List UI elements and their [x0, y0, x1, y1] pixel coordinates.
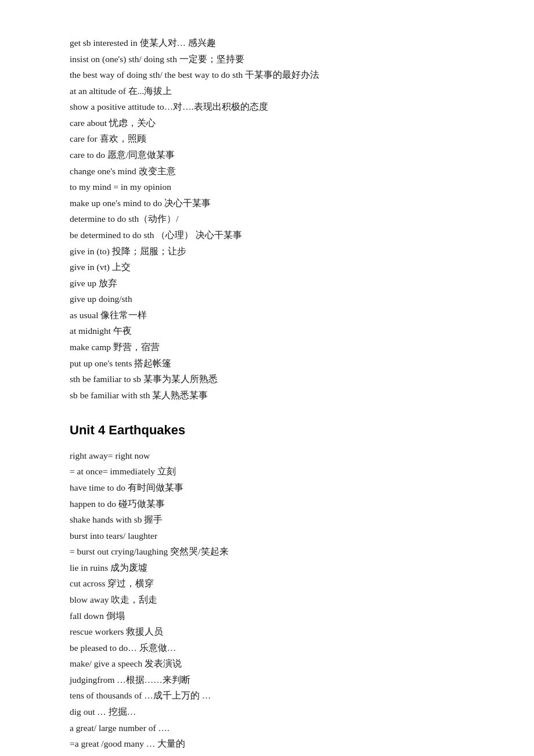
phrase-line: make/ give a speech 发表演说 — [70, 656, 464, 672]
phrase-line: happen to do 碰巧做某事 — [70, 496, 464, 512]
phrase-line: rescue workers 救援人员 — [70, 624, 464, 640]
phrase-line: give up 放弃 — [70, 275, 464, 291]
phrase-line: cut across 穿过，横穿 — [70, 575, 464, 592]
phrase-line: put up one's tents 搭起帐篷 — [70, 355, 464, 372]
phrase-line: sb be familiar with sth 某人熟悉某事 — [70, 387, 464, 404]
phrase-line: care about 忧虑，关心 — [70, 115, 464, 131]
phrase-line: be pleased to do… 乐意做… — [70, 640, 464, 656]
phrase-line: show a positive attitude to…对….表现出积极的态度 — [70, 99, 464, 115]
phrase-line: shake hands with sb 握手 — [70, 512, 464, 528]
phrase-line: get sb interested in 使某人对… 感兴趣 — [70, 35, 464, 51]
phrase-line: make camp 野营，宿营 — [70, 339, 464, 355]
phrase-line: judgingfrom …根据……来判断 — [70, 672, 464, 688]
phrase-line: the best way of doing sth/ the best way … — [70, 67, 464, 83]
main-content: get sb interested in 使某人对… 感兴趣insist on … — [70, 35, 464, 752]
phrase-line: as usual 像往常一样 — [70, 307, 464, 323]
phrase-line: care to do 愿意/同意做某事 — [70, 147, 464, 163]
phrase-line: insist on (one's) sth/ doing sth 一定要；坚持要 — [70, 51, 464, 67]
phrase-line: to my mind = in my opinion — [70, 179, 464, 195]
phrase-line: give up doing/sth — [70, 291, 464, 307]
phrase-line: sth be familiar to sb 某事为某人所熟悉 — [70, 371, 464, 387]
phrase-line: = burst out crying/laughing 突然哭/笑起来 — [70, 543, 464, 560]
phrase-line: = at once= immediately 立刻 — [70, 463, 464, 480]
phrase-line: care for 喜欢，照顾 — [70, 131, 464, 147]
phrase-line: make up one's mind to do 决心干某事 — [70, 195, 464, 211]
phrase-line: fall down 倒塌 — [70, 608, 464, 624]
phrase-line: change one's mind 改变主意 — [70, 163, 464, 179]
phrase-line: tens of thousands of …成千上万的 … — [70, 687, 464, 704]
phrase-line: have time to do 有时间做某事 — [70, 480, 464, 496]
phrase-line: lie in ruins 成为废墟 — [70, 560, 464, 576]
phrase-line: burst into tears/ laughter — [70, 528, 464, 544]
phrase-line: dig out … 挖掘… — [70, 704, 464, 720]
phrase-line: blow away 吹走，刮走 — [70, 592, 464, 608]
phrase-line: =a great /good many … 大量的 — [70, 736, 464, 752]
phrase-line: give in (to) 投降；屈服；让步 — [70, 243, 464, 260]
phrase-line: at an altitude of 在...海拔上 — [70, 83, 464, 99]
section-heading: Unit 4 Earthquakes — [70, 419, 464, 442]
phrase-line: right away= right now — [70, 448, 464, 464]
phrase-line: determine to do sth（动作）/ — [70, 211, 464, 227]
phrase-line: give in (vt) 上交 — [70, 259, 464, 275]
phrase-line: at midnight 午夜 — [70, 323, 464, 339]
phrase-line: a great/ large number of …. — [70, 720, 464, 736]
phrase-line: be determined to do sth （心理） 决心干某事 — [70, 227, 464, 243]
